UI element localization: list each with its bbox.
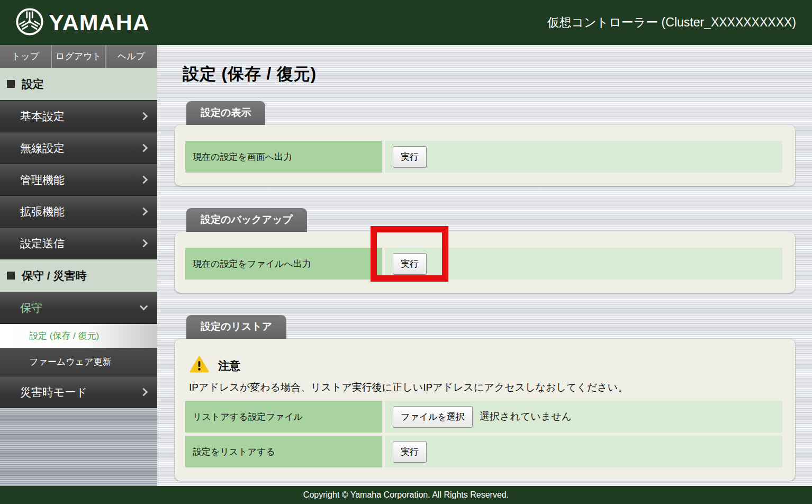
sidebar-filler [0, 408, 157, 486]
section-tab-backup: 設定のバックアップ [186, 208, 307, 232]
execute-restore-button[interactable]: 実行 [393, 441, 427, 463]
sidebar-item-extensions[interactable]: 拡張機能 [0, 196, 157, 228]
sidebar-item-maintenance[interactable]: 保守 [0, 292, 157, 324]
page: YAMAHA 仮想コントローラー (Cluster_XXXXXXXXXX) トッ… [0, 0, 812, 504]
sidebar-item-basic-settings[interactable]: 基本設定 [0, 101, 157, 132]
square-bullet-icon [7, 80, 15, 88]
panel-display: 現在の設定を画面へ出力 実行 [175, 125, 795, 186]
yamaha-brand: YAMAHA [15, 7, 150, 39]
sidebar: トップ ログアウト ヘルプ 設定 基本設定 無線設定 管理機能 拡張機能 [0, 45, 157, 486]
sidebar-group-label: 設定 [22, 77, 44, 92]
table-row: リストアする設定ファイル ファイルを選択 選択されていません [185, 401, 782, 433]
yamaha-tuning-fork-icon [15, 7, 44, 39]
sidebar-item-label: 災害時モード [20, 385, 87, 400]
nav-top-link[interactable]: トップ [0, 45, 51, 68]
choose-file-button[interactable]: ファイルを選択 [393, 406, 473, 428]
copyright-text: Copyright © Yamaha Corporation. All Righ… [303, 490, 509, 500]
execute-display-button[interactable]: 実行 [393, 146, 427, 168]
panel-backup: 現在の設定をファイルへ出力 実行 [175, 232, 795, 293]
row-content: ファイルを選択 選択されていません [385, 401, 782, 433]
row-content: 実行 [385, 141, 782, 173]
warning-text: IPアドレスが変わる場合、リストア実行後に正しいIPアドレスにアクセスしなおして… [189, 381, 782, 394]
section-backup: 設定のバックアップ 現在の設定をファイルへ出力 実行 [175, 208, 795, 293]
section-display-settings: 設定の表示 現在の設定を画面へ出力 実行 [175, 101, 795, 186]
app-header: YAMAHA 仮想コントローラー (Cluster_XXXXXXXXXX) [0, 0, 812, 45]
sidebar-item-disaster-mode[interactable]: 災害時モード [0, 376, 157, 408]
sidebar-item-config-send[interactable]: 設定送信 [0, 228, 157, 259]
file-selected-status: 選択されていません [480, 410, 572, 424]
chevron-down-icon [140, 302, 148, 311]
warning-title: 注意 [218, 358, 240, 373]
chevron-right-icon [140, 239, 148, 248]
sidebar-item-label: 基本設定 [20, 109, 65, 124]
sidebar-item-label: 拡張機能 [20, 204, 65, 219]
nav-help-link[interactable]: ヘルプ [105, 45, 156, 68]
chevron-right-icon [140, 176, 148, 184]
sidebar-item-label: 設定 (保存 / 復元) [29, 330, 99, 342]
sidebar-item-config-save-restore[interactable]: 設定 (保存 / 復元) [0, 324, 157, 348]
sidebar-item-label: 設定送信 [20, 236, 65, 251]
main-content: 設定 (保存 / 復元) 設定の表示 現在の設定を画面へ出力 実行 設定のバック… [157, 45, 812, 486]
warning-row: 注意 [190, 356, 782, 375]
sidebar-item-firmware-update[interactable]: ファームウェア更新 [0, 348, 157, 376]
nav-logout-link[interactable]: ログアウト [51, 45, 105, 68]
table-row: 現在の設定をファイルへ出力 実行 [185, 248, 782, 280]
controller-title: 仮想コントローラー (Cluster_XXXXXXXXXX) [547, 14, 796, 31]
chevron-right-icon [140, 112, 148, 121]
warning-triangle-icon [190, 356, 209, 375]
sidebar-item-label: 無線設定 [20, 141, 65, 156]
sidebar-item-management[interactable]: 管理機能 [0, 164, 157, 196]
yamaha-wordmark: YAMAHA [49, 11, 150, 34]
page-title: 設定 (保存 / 復元) [183, 63, 795, 85]
footer: Copyright © Yamaha Corporation. All Righ… [0, 486, 812, 504]
square-bullet-icon [7, 272, 15, 280]
chevron-right-icon [140, 388, 148, 397]
sidebar-item-wireless-settings[interactable]: 無線設定 [0, 132, 157, 164]
sidebar-item-label: 保守 [20, 301, 42, 316]
table-row: 設定をリストアする 実行 [185, 436, 782, 467]
section-tab-display: 設定の表示 [186, 101, 265, 125]
table-row: 現在の設定を画面へ出力 実行 [185, 141, 782, 173]
row-content: 実行 [385, 248, 782, 280]
section-tab-restore: 設定のリストア [186, 315, 286, 339]
row-label: 現在の設定をファイルへ出力 [185, 248, 382, 280]
row-label: 現在の設定を画面へ出力 [185, 141, 382, 173]
panel-restore: 注意 IPアドレスが変わる場合、リストア実行後に正しいIPアドレスにアクセスしな… [175, 339, 795, 481]
row-label: 設定をリストアする [185, 436, 382, 467]
chevron-right-icon [140, 144, 148, 152]
sidebar-group-maintenance: 保守 / 災害時 [0, 259, 157, 292]
top-nav: トップ ログアウト ヘルプ [0, 45, 157, 68]
chevron-right-icon [140, 208, 148, 216]
sidebar-group-label: 保守 / 災害時 [22, 268, 87, 283]
sidebar-group-settings: 設定 [0, 68, 157, 101]
row-content: 実行 [385, 436, 782, 467]
execute-backup-button[interactable]: 実行 [393, 253, 427, 275]
row-label: リストアする設定ファイル [185, 401, 382, 433]
section-restore: 設定のリストア 注意 IPアドレスが変わる場合、リストア実行後に正しいIPアドレ [175, 315, 795, 481]
sidebar-item-label: ファームウェア更新 [29, 356, 111, 368]
sidebar-item-label: 管理機能 [20, 173, 65, 187]
